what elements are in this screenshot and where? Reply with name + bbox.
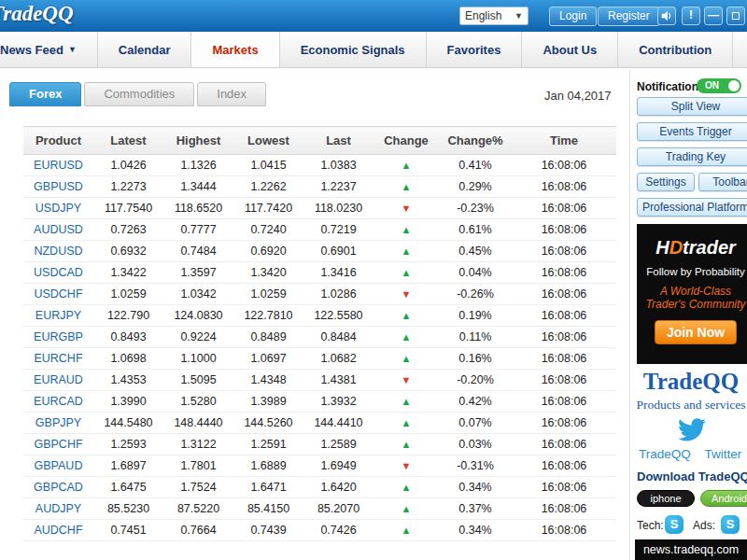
table-row[interactable]: EURGBP0.84930.92240.84890.8484▲0.11%16:0… — [23, 327, 616, 348]
lowest-cell: 0.8489 — [233, 327, 303, 348]
product-link[interactable]: AUDUSD — [34, 223, 83, 236]
nav-item-contribution[interactable]: Contribution — [618, 32, 733, 67]
time-cell: 16:08:06 — [512, 477, 616, 498]
table-row[interactable]: GBPUSD1.22731.34441.22621.2237▲0.29%16:0… — [23, 176, 616, 198]
tradeqq-promo-subtitle: Products and services — [635, 398, 747, 413]
nav-item-economic-signals[interactable]: Economic Signals — [280, 32, 427, 67]
nav-item-markets[interactable]: Markets — [191, 32, 279, 67]
nav-item-about-us[interactable]: About Us — [522, 32, 618, 67]
nav-item-calendar[interactable]: Calendar — [98, 32, 192, 67]
last-cell: 1.4381 — [303, 370, 374, 391]
product-link[interactable]: AUDCHF — [34, 524, 82, 537]
nav-item-label: About Us — [543, 43, 597, 57]
table-row[interactable]: AUDCHF0.74510.76640.74390.7426▲0.34%16:0… — [23, 520, 616, 541]
lowest-cell: 1.3420 — [233, 262, 303, 284]
product-link[interactable]: EURCAD — [34, 395, 83, 408]
table-row[interactable]: AUDUSD0.72630.77770.72400.7219▲0.61%16:0… — [23, 219, 616, 241]
product-link[interactable]: NZDUSD — [34, 245, 82, 258]
product-link[interactable]: GBPCAD — [34, 481, 83, 494]
table-row[interactable]: EURCAD1.39901.52801.39891.3932▲0.42%16:0… — [23, 391, 616, 413]
sidebar-footer-link[interactable]: news.tradeqq.com — [635, 539, 747, 560]
product-link[interactable]: EURJPY — [35, 309, 81, 322]
tech-contact-label: Tech: — [637, 519, 664, 532]
table-row[interactable]: GBPAUD1.68971.78011.68891.6949▼-0.31%16:… — [23, 455, 616, 477]
language-select[interactable]: English ▼ — [459, 7, 529, 25]
topbar: TradeQQ English ▼ Login Register ! — — [0, 0, 747, 32]
split-view-button[interactable]: Split View — [637, 97, 747, 116]
professional-platform-button[interactable]: Professional Platform — [637, 198, 747, 217]
twitter-bird-icon[interactable] — [678, 418, 706, 446]
product-link[interactable]: EURAUD — [34, 373, 83, 386]
nav-item-news-feed[interactable]: News Feed ▼ — [0, 32, 98, 67]
table-row[interactable]: EURCHF1.06981.10001.06971.0682▲0.16%16:0… — [23, 348, 616, 370]
lowest-cell: 1.2591 — [233, 434, 303, 455]
col-header-change: Change — [374, 127, 439, 155]
table-row[interactable]: USDCHF1.02591.03421.02591.0286▼-0.26%16:… — [23, 284, 616, 305]
table-row[interactable]: GBPCAD1.64751.75241.64711.6420▲0.34%16:0… — [23, 477, 616, 498]
product-link[interactable]: USDCAD — [34, 266, 83, 279]
maximize-icon[interactable] — [726, 7, 745, 25]
table-row[interactable]: EURJPY122.790124.0830122.7810122.5580▲0.… — [23, 305, 616, 327]
lowest-cell: 117.7420 — [233, 198, 303, 219]
up-arrow-icon: ▲ — [402, 353, 412, 364]
lowest-cell: 0.7240 — [233, 219, 303, 241]
join-now-button[interactable]: Join Now — [655, 320, 737, 344]
highest-cell: 1.1000 — [163, 348, 233, 370]
table-row[interactable]: USDCAD1.34221.35971.34201.3416▲0.04%16:0… — [23, 262, 616, 284]
ad-tagline: Follow by Probability — [637, 266, 747, 277]
tab-index[interactable]: Index — [197, 82, 266, 106]
change-pct-cell: 0.07% — [439, 413, 512, 434]
product-cell: EURAUD — [23, 370, 93, 391]
nav-item-label: News Feed — [0, 43, 63, 57]
time-cell: 16:08:06 — [512, 241, 616, 262]
product-link[interactable]: EURCHF — [34, 352, 82, 365]
minimize-icon[interactable]: — — [704, 7, 723, 25]
hdtrader-ad-banner[interactable]: HDtrader Follow by Probability A World-C… — [637, 224, 747, 364]
product-link[interactable]: GBPCHF — [34, 438, 82, 451]
time-cell: 16:08:06 — [512, 176, 616, 198]
up-arrow-icon: ▲ — [402, 417, 412, 428]
notifications-toggle[interactable]: ON — [697, 78, 741, 93]
product-link[interactable]: EURUSD — [34, 159, 83, 172]
table-row[interactable]: AUDJPY85.523087.522085.415085.2070▲0.37%… — [23, 498, 616, 520]
product-link[interactable]: GBPUSD — [34, 180, 83, 193]
register-button[interactable]: Register — [598, 7, 660, 26]
table-row[interactable]: NZDUSD0.69320.74840.69200.6901▲0.45%16:0… — [23, 241, 616, 262]
latest-cell: 0.8493 — [93, 327, 163, 348]
tab-commodities[interactable]: Commodities — [84, 82, 194, 106]
up-arrow-icon: ▲ — [402, 482, 412, 493]
highest-cell: 1.5280 — [163, 391, 233, 413]
alert-icon[interactable]: ! — [682, 7, 700, 25]
android-app-button[interactable]: Android — [700, 490, 747, 507]
highest-cell: 1.1326 — [163, 155, 233, 176]
login-button[interactable]: Login — [549, 7, 597, 26]
sound-icon[interactable] — [657, 7, 676, 25]
settings-button[interactable]: Settings — [637, 173, 695, 191]
product-link[interactable]: USDJPY — [35, 202, 81, 215]
iphone-app-button[interactable]: iphone — [637, 490, 695, 507]
skype-icon[interactable]: S — [721, 515, 740, 534]
table-row[interactable]: GBPCHF1.25931.31221.25911.2589▲0.03%16:0… — [23, 434, 616, 455]
skype-icon[interactable]: S — [665, 515, 684, 534]
toolbar-button[interactable]: Toolbar — [698, 173, 747, 191]
table-row[interactable]: USDJPY117.7540118.6520117.7420118.0230▼-… — [23, 198, 616, 219]
time-cell: 16:08:06 — [512, 413, 616, 434]
product-cell: USDCAD — [23, 262, 93, 284]
table-row[interactable]: GBPJPY144.5480148.4440144.5260144.4410▲0… — [23, 413, 616, 434]
change-pct-cell: -0.31% — [439, 455, 512, 477]
up-arrow-icon: ▲ — [402, 396, 412, 407]
product-link[interactable]: EURGBP — [34, 330, 83, 343]
product-cell: EURJPY — [23, 305, 93, 327]
nav-item-favorites[interactable]: Favorites — [427, 32, 523, 67]
lowest-cell: 1.0259 — [233, 284, 303, 305]
twitter-handle-line[interactable]: TradeQQ Twitter — [639, 447, 747, 461]
product-link[interactable]: USDCHF — [34, 287, 82, 301]
events-trigger-button[interactable]: Events Trigger — [637, 122, 747, 141]
tab-forex[interactable]: Forex — [9, 82, 81, 106]
product-link[interactable]: AUDJPY — [35, 502, 81, 515]
product-link[interactable]: GBPAUD — [35, 459, 83, 472]
table-row[interactable]: EURUSD1.04261.13261.04151.0383▲0.41%16:0… — [23, 155, 616, 176]
trading-key-button[interactable]: Trading Key — [637, 147, 747, 166]
table-row[interactable]: EURAUD1.43531.50951.43481.4381▼-0.20%16:… — [23, 370, 616, 391]
product-link[interactable]: GBPJPY — [35, 416, 81, 429]
